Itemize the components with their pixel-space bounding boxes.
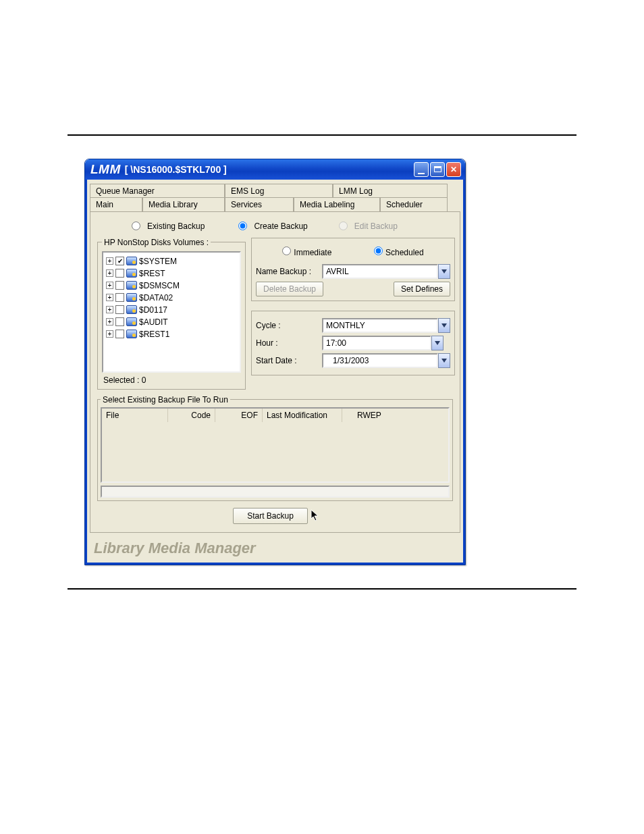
expand-icon[interactable]: +: [106, 306, 113, 313]
disk-icon: [126, 317, 137, 326]
horizontal-scrollbar[interactable]: [101, 486, 450, 498]
col-eof[interactable]: EOF: [215, 409, 263, 422]
tree-row: + $REST: [106, 267, 238, 280]
col-last-modification[interactable]: Last Modification: [263, 409, 342, 422]
divider-bottom: [68, 588, 576, 590]
volumes-legend: HP NonStop Disks Volumes :: [102, 238, 211, 247]
start-date-dropdown-button[interactable]: [438, 353, 450, 368]
expand-icon[interactable]: +: [106, 318, 113, 325]
tab-ems-log[interactable]: EMS Log: [225, 184, 333, 198]
checkbox[interactable]: [115, 317, 124, 326]
tree-row: + $AUDIT: [106, 316, 238, 328]
name-backup-label: Name Backup :: [256, 267, 318, 276]
tab-main[interactable]: Main: [90, 197, 142, 211]
radio-scheduled[interactable]: Scheduled: [374, 246, 424, 257]
tab-media-library[interactable]: Media Library: [142, 197, 225, 211]
checkbox[interactable]: [115, 269, 124, 278]
name-backup-input[interactable]: [322, 264, 438, 279]
disk-icon: [126, 257, 137, 265]
title-bar: LMM [ \NS16000.$STKL700 ] ✕: [85, 159, 465, 180]
delete-backup-button: Delete Backup: [256, 282, 323, 296]
disk-icon: [126, 281, 137, 290]
tree-row: + $DATA02: [106, 292, 238, 304]
checkbox[interactable]: [115, 293, 124, 302]
expand-icon[interactable]: +: [106, 330, 113, 338]
file-select-legend: Select Existing Backup File To Run: [101, 395, 230, 405]
start-date-input[interactable]: [322, 353, 438, 368]
col-file[interactable]: File: [102, 409, 168, 422]
footer-brand: Library Media Manager: [90, 533, 460, 557]
hour-label: Hour :: [256, 338, 318, 348]
tree-row: + $DSMSCM: [106, 280, 238, 292]
volume-label: $SYSTEM: [139, 257, 177, 266]
col-rwep[interactable]: RWEP: [342, 409, 396, 422]
selected-count: Selected : 0: [102, 375, 241, 385]
svg-marker-1: [441, 323, 447, 328]
disk-icon: [126, 330, 137, 338]
volumes-group: HP NonStop Disks Volumes : + $SYSTEM +: [97, 238, 246, 390]
volume-label: $REST: [139, 269, 165, 278]
volume-label: $DATA02: [139, 293, 173, 303]
file-select-group: Select Existing Backup File To Run File …: [97, 395, 453, 501]
cycle-label: Cycle :: [256, 321, 318, 330]
radio-existing-backup[interactable]: Existing Backup: [132, 221, 205, 231]
window-title: [ \NS16000.$STKL700 ]: [125, 164, 227, 175]
name-backup-dropdown-button[interactable]: [438, 264, 450, 279]
tree-row: + $SYSTEM: [106, 255, 238, 267]
volume-label: $REST1: [139, 330, 169, 339]
radio-create-backup[interactable]: Create Backup: [238, 221, 307, 231]
volume-label: $DSMSCM: [139, 281, 180, 290]
svg-marker-0: [441, 269, 447, 273]
hour-dropdown-button[interactable]: [431, 336, 444, 350]
schedule-group: Cycle : Hour :: [251, 311, 455, 375]
tree-row: + $REST1: [106, 328, 238, 340]
volumes-tree[interactable]: + $SYSTEM + $REST: [102, 251, 241, 373]
doc-paragraph-2: link-text: [68, 109, 576, 124]
minimize-button[interactable]: [414, 162, 429, 177]
start-backup-button[interactable]: Start Backup: [233, 508, 308, 524]
tab-services[interactable]: Services: [225, 197, 294, 211]
svg-marker-3: [441, 359, 447, 363]
checkbox[interactable]: [115, 281, 124, 290]
close-button[interactable]: ✕: [446, 162, 461, 177]
radio-edit-backup: Edit Backup: [339, 221, 398, 231]
checkbox[interactable]: [115, 257, 124, 265]
svg-marker-2: [435, 341, 440, 345]
maximize-button[interactable]: [430, 162, 445, 177]
disk-icon: [126, 305, 137, 314]
set-defines-button[interactable]: Set Defines: [394, 282, 450, 296]
file-list-body[interactable]: [101, 422, 450, 483]
volume-label: $AUDIT: [139, 317, 168, 327]
cursor-icon: [311, 509, 320, 525]
cycle-dropdown-button[interactable]: [438, 318, 450, 333]
tab-scheduler[interactable]: Scheduler: [380, 197, 448, 211]
expand-icon[interactable]: +: [106, 282, 113, 289]
expand-icon[interactable]: +: [106, 257, 113, 265]
tab-media-labeling[interactable]: Media Labeling: [294, 197, 380, 211]
expand-icon[interactable]: +: [106, 269, 113, 277]
volume-label: $D0117: [139, 305, 167, 315]
app-brand: LMM: [90, 162, 121, 177]
tree-row: + $D0117: [106, 304, 238, 316]
file-list-header: File Code EOF Last Modification RWEP: [101, 407, 450, 422]
divider-top: [68, 134, 576, 136]
tab-lmm-log[interactable]: LMM Log: [333, 184, 448, 198]
hour-input[interactable]: [322, 336, 431, 350]
disk-icon: [126, 293, 137, 302]
tab-queue-manager[interactable]: Queue Manager: [90, 184, 225, 198]
timing-name-group: Immediate Scheduled Name Backup :: [251, 238, 455, 301]
start-date-label: Start Date :: [256, 356, 318, 365]
radio-immediate[interactable]: Immediate: [282, 246, 331, 257]
app-window: LMM [ \NS16000.$STKL700 ] ✕ Queue Manage…: [84, 159, 466, 565]
expand-icon[interactable]: +: [106, 294, 113, 301]
disk-icon: [126, 269, 137, 278]
svg-marker-4: [311, 510, 318, 521]
checkbox[interactable]: [115, 305, 124, 314]
cycle-input[interactable]: [322, 318, 438, 333]
doc-paragraph-1: link-text: [68, 68, 576, 82]
col-code[interactable]: Code: [168, 409, 215, 422]
checkbox[interactable]: [115, 330, 124, 338]
